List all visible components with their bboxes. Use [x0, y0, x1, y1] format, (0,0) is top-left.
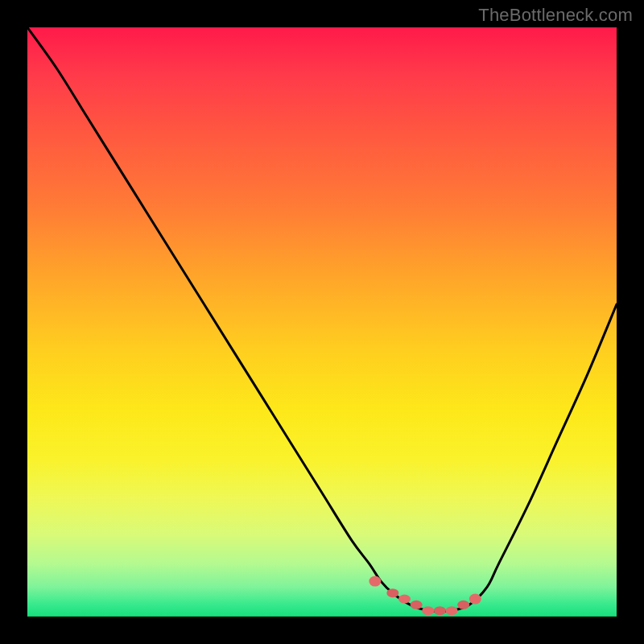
- optimal-zone-markers: [369, 576, 481, 616]
- chart-frame: TheBottleneck.com: [0, 0, 644, 644]
- watermark-text: TheBottleneck.com: [478, 5, 633, 26]
- optimal-marker: [457, 601, 469, 609]
- optimal-marker: [411, 601, 423, 609]
- marker-layer: [27, 27, 617, 617]
- optimal-marker: [422, 606, 434, 615]
- optimal-marker: [434, 606, 446, 615]
- optimal-marker: [446, 606, 458, 615]
- optimal-marker: [398, 595, 411, 604]
- optimal-marker: [469, 594, 481, 605]
- optimal-marker: [386, 588, 398, 597]
- optimal-marker: [369, 576, 381, 587]
- plot-area: [27, 27, 617, 617]
